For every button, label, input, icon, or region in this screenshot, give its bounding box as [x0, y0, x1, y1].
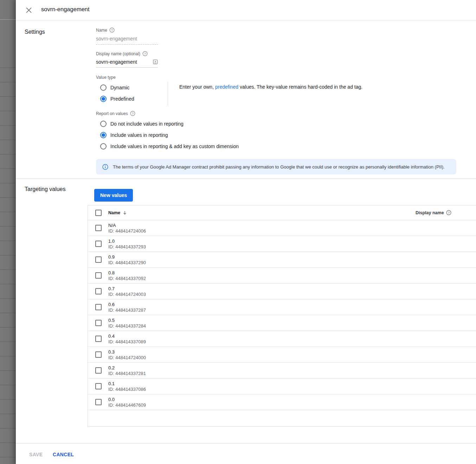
display-name-column-header: Display name ?	[416, 210, 476, 215]
display-name-value: sovrn-engagement	[96, 59, 137, 65]
close-button[interactable]	[24, 6, 33, 15]
row-checkbox[interactable]	[95, 399, 102, 405]
row-checkbox[interactable]	[95, 383, 102, 389]
value-name-cell: 1.0 ID: 448414337293	[108, 239, 416, 249]
value-name: 0.1	[108, 381, 416, 386]
table-row: 0.7 ID: 448414724003	[88, 284, 476, 299]
targeting-values-section-label: Targeting values	[25, 186, 66, 192]
row-checkbox-cell	[88, 272, 108, 279]
value-name-cell: 0.5 ID: 448414337284	[108, 318, 416, 329]
radio-icon[interactable]	[100, 132, 107, 138]
value-id: ID: 448414724006	[108, 228, 416, 234]
row-checkbox-cell	[88, 383, 108, 389]
value-name-cell: 0.8 ID: 448414337092	[108, 270, 416, 281]
row-checkbox-cell	[88, 336, 108, 342]
radio-icon[interactable]	[100, 121, 107, 127]
select-all-checkbox[interactable]	[95, 210, 102, 216]
value-name-cell: 0.9 ID: 448414337290	[108, 254, 416, 265]
value-type-option[interactable]: Predefined	[96, 93, 168, 104]
row-checkbox-cell	[88, 225, 108, 231]
name-help-icon[interactable]: ?	[109, 27, 115, 33]
predefined-link[interactable]: predefined	[215, 84, 238, 90]
row-checkbox[interactable]	[95, 304, 102, 310]
table-row: 0.1 ID: 448414337086	[88, 379, 476, 394]
settings-section-label: Settings	[25, 29, 45, 35]
row-checkbox[interactable]	[95, 241, 102, 247]
settings-form: Name ? sovrn-engagement Display name (op…	[96, 27, 458, 174]
row-checkbox[interactable]	[95, 351, 102, 358]
radio-label: Include values in reporting & add key as…	[110, 144, 239, 149]
radio-icon[interactable]	[100, 143, 107, 150]
value-type-radio-group: Dynamic Predefined	[96, 81, 168, 106]
row-checkbox[interactable]	[95, 272, 102, 279]
table-row: N/A ID: 448414724006	[88, 220, 476, 236]
table-row: 0.3 ID: 448414724000	[88, 347, 476, 363]
svg-text:?: ?	[448, 211, 450, 215]
name-field-label: Name	[96, 28, 107, 33]
value-id: ID: 448414337293	[108, 244, 416, 249]
value-name: 0.3	[108, 349, 416, 355]
row-checkbox[interactable]	[95, 367, 102, 374]
table-row: 0.0 ID: 448414467609	[88, 394, 476, 410]
table-row: 0.8 ID: 448414337092	[88, 268, 476, 284]
value-name: 0.4	[108, 333, 416, 339]
value-name: N/A	[108, 223, 416, 228]
report-option[interactable]: Include values in reporting	[96, 129, 458, 141]
value-name-cell: 0.2 ID: 448414337281	[108, 365, 416, 376]
radio-icon[interactable]	[100, 96, 107, 102]
value-type-label: Value type	[96, 75, 458, 80]
table-row: 0.4 ID: 448414337089	[88, 331, 476, 347]
input-tools-icon[interactable]	[153, 59, 158, 64]
value-name-cell: 0.0 ID: 448414467609	[108, 397, 416, 408]
panel-header: sovrn-engagement	[16, 0, 476, 20]
display-name-header-help-icon[interactable]: ?	[446, 210, 451, 215]
row-checkbox-cell	[88, 399, 108, 405]
footer-divider	[16, 443, 476, 444]
value-name: 0.8	[108, 270, 416, 275]
pii-notice-text: The terms of your Google Ad Manager cont…	[113, 164, 445, 170]
table-body: N/A ID: 448414724006 1.0 ID: 44841433729…	[88, 220, 476, 410]
value-id: ID: 448414337287	[108, 307, 416, 313]
new-values-button[interactable]: New values	[94, 189, 133, 202]
name-column-header[interactable]: Name	[108, 210, 416, 215]
value-name-cell: 0.7 ID: 448414724003	[108, 286, 416, 297]
background-header-line	[0, 19, 16, 20]
display-name-input[interactable]: sovrn-engagement	[96, 59, 158, 68]
value-name: 0.5	[108, 318, 416, 323]
display-name-label: Display name (optional)	[96, 51, 140, 56]
value-id: ID: 448414337290	[108, 260, 416, 265]
value-name-cell: 0.4 ID: 448414337089	[108, 333, 416, 344]
value-name-cell: 0.3 ID: 448414724000	[108, 349, 416, 360]
table-row: 0.6 ID: 448414337287	[88, 299, 476, 315]
background-page-scrim	[0, 0, 16, 464]
radio-icon[interactable]	[100, 84, 107, 91]
report-option[interactable]: Include values in reporting & add key as…	[96, 141, 458, 152]
report-on-values-help-icon[interactable]: ?	[130, 111, 135, 116]
row-checkbox[interactable]	[95, 320, 102, 326]
value-id: ID: 448414467609	[108, 402, 416, 408]
value-name: 0.9	[108, 254, 416, 260]
report-option[interactable]: Do not include values in reporting	[96, 118, 458, 129]
section-divider	[16, 178, 476, 179]
save-button[interactable]: SAVE	[29, 451, 43, 458]
info-icon	[102, 164, 108, 170]
value-id: ID: 448414337092	[108, 276, 416, 281]
value-type-option[interactable]: Dynamic	[96, 82, 168, 93]
row-checkbox[interactable]	[95, 256, 102, 263]
value-id: ID: 448414337281	[108, 371, 416, 376]
value-type-row: Dynamic Predefined Enter your own, prede…	[96, 81, 458, 106]
sort-descending-icon[interactable]	[122, 210, 127, 215]
display-name-help-icon[interactable]: ?	[142, 51, 148, 56]
value-name-cell: 0.1 ID: 448414337086	[108, 381, 416, 392]
name-field-label-row: Name ?	[96, 27, 458, 33]
value-name: 0.0	[108, 397, 416, 402]
row-checkbox[interactable]	[95, 336, 102, 342]
cancel-button[interactable]: CANCEL	[53, 451, 74, 458]
row-checkbox[interactable]	[95, 225, 102, 231]
radio-label: Dynamic	[110, 85, 129, 90]
row-checkbox[interactable]	[95, 288, 102, 294]
select-all-cell	[88, 210, 108, 216]
value-name: 0.7	[108, 286, 416, 291]
table-row: 0.5 ID: 448414337284	[88, 315, 476, 331]
value-name: 0.2	[108, 365, 416, 370]
